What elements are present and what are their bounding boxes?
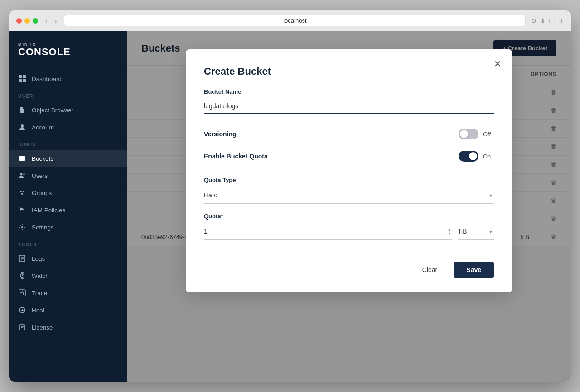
svg-point-10 — [21, 193, 23, 195]
sidebar-item-license[interactable]: License — [9, 319, 127, 336]
quota-type-field: Quota Type Hard Fifo ▾ — [204, 177, 494, 204]
create-bucket-modal: ✕ Create Bucket Bucket Name Versioning — [186, 49, 512, 292]
quota-toggle-row: Enable Bucket Quota On — [204, 145, 494, 167]
versioning-status: Off — [483, 131, 494, 138]
toggle-thumb — [460, 130, 468, 138]
clear-button[interactable]: Clear — [415, 263, 445, 277]
svg-point-6 — [20, 173, 23, 176]
settings-icon — [18, 223, 26, 231]
sidebar-item-dashboard[interactable]: Dashboard — [9, 70, 127, 87]
sidebar-item-label: License — [32, 324, 53, 331]
svg-rect-5 — [19, 156, 25, 161]
sidebar-item-label: Groups — [32, 190, 52, 196]
browser-window: ‹ › localhost ↻ ⬇ □↑ + MIN IO CONSOLE — [9, 10, 571, 382]
sidebar-item-label: Logs — [32, 255, 45, 262]
bucket-icon — [18, 154, 26, 163]
app-layout: MIN IO CONSOLE Dashboard — [9, 31, 571, 382]
quota-type-select[interactable]: Hard Fifo — [204, 187, 494, 204]
sidebar-item-users[interactable]: Users — [9, 167, 127, 184]
svg-point-11 — [21, 226, 23, 228]
versioning-label: Versioning — [204, 130, 237, 138]
grid-icon — [18, 75, 26, 83]
svg-rect-2 — [19, 79, 22, 82]
sidebar-item-label: Object Browser — [32, 107, 73, 114]
versioning-toggle[interactable] — [459, 129, 478, 139]
modal-close-button[interactable]: ✕ — [490, 57, 505, 71]
quota-label: Quota* — [204, 213, 494, 220]
increment-icon[interactable]: ▲ — [448, 228, 451, 231]
close-button[interactable] — [16, 18, 22, 24]
sidebar-item-object-browser[interactable]: Object Browser — [9, 101, 127, 119]
refresh-icon[interactable]: ↻ — [531, 17, 536, 24]
svg-rect-0 — [19, 75, 22, 78]
tools-section-label: TOOLS — [9, 236, 127, 250]
minimize-button[interactable] — [24, 18, 30, 24]
sidebar-item-label: Dashboard — [32, 76, 62, 82]
browser-actions: ↻ ⬇ □↑ + — [531, 17, 564, 24]
svg-point-4 — [21, 124, 24, 127]
quota-field: Quota* ▲ ▼ TiB — [204, 213, 494, 240]
toggle-thumb — [469, 152, 477, 160]
trace-icon — [18, 289, 26, 297]
license-icon — [18, 323, 26, 331]
browser-chrome: ‹ › localhost ↻ ⬇ □↑ + — [9, 10, 571, 31]
bucket-name-label: Bucket Name — [204, 88, 494, 95]
sidebar-item-trace[interactable]: Trace — [9, 284, 127, 301]
share-icon[interactable]: □↑ — [549, 17, 556, 24]
unit-select-wrapper: TiB GiB MiB KiB ▾ — [458, 223, 494, 240]
sidebar-item-logs[interactable]: Logs — [9, 250, 127, 267]
decrement-icon[interactable]: ▼ — [448, 232, 451, 235]
quota-toggle-group: On — [459, 151, 494, 162]
group-icon — [18, 189, 26, 197]
modal-footer: Clear Save — [204, 254, 494, 278]
sidebar-item-label: Watch — [32, 272, 49, 279]
sidebar-item-label: IAM Policies — [32, 207, 65, 214]
main-content: Buckets + Create Bucket Options 🗑 — [127, 31, 571, 382]
users-icon — [18, 172, 26, 180]
sidebar-item-iam-policies[interactable]: IAM Policies — [9, 201, 127, 219]
quota-input-wrapper: ▲ ▼ — [204, 223, 452, 240]
sidebar-item-label: Users — [32, 172, 48, 179]
address-bar[interactable]: localhost — [64, 15, 526, 26]
sidebar-item-label: Trace — [32, 290, 47, 296]
quota-spinners: ▲ ▼ — [448, 228, 451, 235]
add-tab-icon[interactable]: + — [560, 17, 564, 24]
sidebar-item-label: Settings — [32, 224, 54, 231]
quota-type-select-wrapper: Hard Fifo ▾ — [204, 187, 494, 204]
enable-quota-label: Enable Bucket Quota — [204, 153, 268, 160]
versioning-toggle-group: Off — [459, 129, 494, 139]
maximize-button[interactable] — [33, 18, 38, 24]
user-section-label: USER — [9, 87, 127, 101]
svg-point-7 — [23, 173, 25, 175]
sidebar-item-settings[interactable]: Settings — [9, 219, 127, 236]
svg-rect-18 — [21, 278, 23, 279]
sidebar-item-buckets[interactable]: Buckets — [9, 150, 127, 167]
back-button[interactable]: ‹ — [44, 16, 49, 25]
sidebar-item-watch[interactable]: Watch — [9, 267, 127, 284]
sidebar-item-label: Heal — [32, 307, 44, 314]
sidebar-item-label: Buckets — [32, 155, 53, 162]
file-icon — [18, 106, 26, 114]
forward-button[interactable]: › — [53, 16, 59, 25]
svg-point-9 — [23, 191, 24, 192]
versioning-row: Versioning Off — [204, 123, 494, 145]
sidebar-navigation: Dashboard USER Object Browser — [9, 67, 127, 382]
quota-status: On — [483, 153, 494, 160]
sidebar-item-account[interactable]: Account — [9, 119, 127, 136]
quota-input-row: ▲ ▼ TiB GiB MiB KiB — [204, 223, 494, 240]
sidebar-item-heal[interactable]: Heal — [9, 301, 127, 319]
bucket-name-input[interactable] — [204, 99, 494, 114]
quota-unit-select[interactable]: TiB GiB MiB KiB — [458, 223, 494, 240]
logo-console: CONSOLE — [18, 47, 118, 57]
doc-icon — [18, 254, 26, 263]
download-icon[interactable]: ⬇ — [540, 17, 546, 24]
browser-nav: ‹ › — [44, 16, 58, 25]
enable-quota-toggle[interactable] — [459, 151, 478, 162]
heal-icon — [18, 306, 26, 314]
sidebar-item-groups[interactable]: Groups — [9, 184, 127, 201]
quota-input[interactable] — [204, 223, 452, 240]
traffic-lights — [16, 18, 38, 24]
save-button[interactable]: Save — [454, 262, 494, 278]
modal-overlay: ✕ Create Bucket Bucket Name Versioning — [127, 31, 571, 382]
quota-type-label: Quota Type — [204, 177, 494, 183]
